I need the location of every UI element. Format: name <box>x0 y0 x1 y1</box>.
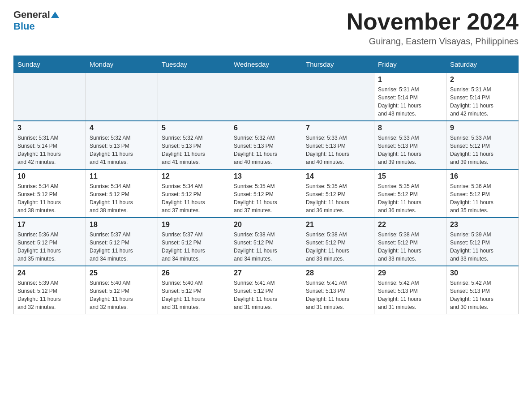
calendar-cell <box>14 73 86 121</box>
day-number: 19 <box>162 221 226 229</box>
day-number: 30 <box>450 269 515 277</box>
calendar-header-saturday: Saturday <box>446 56 519 73</box>
calendar-cell: 3Sunrise: 5:31 AM Sunset: 5:14 PM Daylig… <box>14 121 86 169</box>
calendar-week-row: 1Sunrise: 5:31 AM Sunset: 5:14 PM Daylig… <box>14 73 519 121</box>
day-info: Sunrise: 5:35 AM Sunset: 5:12 PM Dayligh… <box>234 182 298 214</box>
calendar-cell: 30Sunrise: 5:42 AM Sunset: 5:13 PM Dayli… <box>446 266 519 314</box>
day-number: 8 <box>378 124 442 132</box>
calendar-cell: 12Sunrise: 5:34 AM Sunset: 5:12 PM Dayli… <box>158 169 230 218</box>
location-subtitle: Guirang, Eastern Visayas, Philippines <box>347 36 519 47</box>
calendar-cell: 27Sunrise: 5:41 AM Sunset: 5:12 PM Dayli… <box>230 266 302 314</box>
calendar-header-wednesday: Wednesday <box>230 56 302 73</box>
day-number: 1 <box>378 76 442 84</box>
calendar-cell: 14Sunrise: 5:35 AM Sunset: 5:12 PM Dayli… <box>302 169 374 218</box>
calendar-cell: 8Sunrise: 5:33 AM Sunset: 5:13 PM Daylig… <box>374 121 446 169</box>
day-number: 24 <box>17 269 82 277</box>
day-number: 2 <box>450 76 515 84</box>
day-number: 25 <box>90 269 154 277</box>
calendar-cell <box>158 73 230 121</box>
svg-marker-0 <box>51 12 59 18</box>
logo-triangle-icon <box>51 11 59 19</box>
day-info: Sunrise: 5:36 AM Sunset: 5:12 PM Dayligh… <box>17 231 82 263</box>
day-info: Sunrise: 5:41 AM Sunset: 5:13 PM Dayligh… <box>306 279 370 311</box>
calendar-cell: 7Sunrise: 5:33 AM Sunset: 5:13 PM Daylig… <box>302 121 374 169</box>
page-header: General Blue November 2024 Guirang, East… <box>13 9 519 47</box>
day-info: Sunrise: 5:35 AM Sunset: 5:12 PM Dayligh… <box>306 182 370 214</box>
calendar-cell: 1Sunrise: 5:31 AM Sunset: 5:14 PM Daylig… <box>374 73 446 121</box>
day-number: 26 <box>162 269 226 277</box>
day-info: Sunrise: 5:38 AM Sunset: 5:12 PM Dayligh… <box>234 231 298 263</box>
calendar-header-friday: Friday <box>374 56 446 73</box>
calendar-cell: 21Sunrise: 5:38 AM Sunset: 5:12 PM Dayli… <box>302 218 374 266</box>
calendar-cell: 10Sunrise: 5:34 AM Sunset: 5:12 PM Dayli… <box>14 169 86 218</box>
day-info: Sunrise: 5:42 AM Sunset: 5:13 PM Dayligh… <box>378 279 442 311</box>
calendar-header-tuesday: Tuesday <box>158 56 230 73</box>
day-number: 23 <box>450 221 515 229</box>
logo-general: General <box>13 9 50 21</box>
calendar-cell: 25Sunrise: 5:40 AM Sunset: 5:12 PM Dayli… <box>86 266 158 314</box>
day-number: 21 <box>306 221 370 229</box>
day-number: 20 <box>234 221 298 229</box>
calendar-cell: 13Sunrise: 5:35 AM Sunset: 5:12 PM Dayli… <box>230 169 302 218</box>
calendar-cell: 26Sunrise: 5:40 AM Sunset: 5:12 PM Dayli… <box>158 266 230 314</box>
day-info: Sunrise: 5:31 AM Sunset: 5:14 PM Dayligh… <box>17 134 82 166</box>
day-info: Sunrise: 5:39 AM Sunset: 5:12 PM Dayligh… <box>17 279 82 311</box>
day-info: Sunrise: 5:42 AM Sunset: 5:13 PM Dayligh… <box>450 279 515 311</box>
day-number: 17 <box>17 221 82 229</box>
day-number: 5 <box>162 124 226 132</box>
day-number: 9 <box>450 124 515 132</box>
day-info: Sunrise: 5:32 AM Sunset: 5:13 PM Dayligh… <box>90 134 154 166</box>
day-number: 10 <box>17 172 82 180</box>
calendar-cell: 16Sunrise: 5:36 AM Sunset: 5:12 PM Dayli… <box>446 169 519 218</box>
calendar-cell: 4Sunrise: 5:32 AM Sunset: 5:13 PM Daylig… <box>86 121 158 169</box>
day-info: Sunrise: 5:39 AM Sunset: 5:12 PM Dayligh… <box>450 231 515 263</box>
day-info: Sunrise: 5:35 AM Sunset: 5:12 PM Dayligh… <box>378 182 442 214</box>
calendar-header-row: SundayMondayTuesdayWednesdayThursdayFrid… <box>14 56 519 73</box>
day-number: 16 <box>450 172 515 180</box>
calendar-cell: 11Sunrise: 5:34 AM Sunset: 5:12 PM Dayli… <box>86 169 158 218</box>
calendar-header-sunday: Sunday <box>14 56 86 73</box>
calendar-cell: 19Sunrise: 5:37 AM Sunset: 5:12 PM Dayli… <box>158 218 230 266</box>
day-info: Sunrise: 5:38 AM Sunset: 5:12 PM Dayligh… <box>378 231 442 263</box>
day-info: Sunrise: 5:40 AM Sunset: 5:12 PM Dayligh… <box>162 279 226 311</box>
day-info: Sunrise: 5:41 AM Sunset: 5:12 PM Dayligh… <box>234 279 298 311</box>
calendar-cell: 17Sunrise: 5:36 AM Sunset: 5:12 PM Dayli… <box>14 218 86 266</box>
day-info: Sunrise: 5:34 AM Sunset: 5:12 PM Dayligh… <box>162 182 226 214</box>
calendar-cell: 6Sunrise: 5:32 AM Sunset: 5:13 PM Daylig… <box>230 121 302 169</box>
calendar-cell: 9Sunrise: 5:33 AM Sunset: 5:12 PM Daylig… <box>446 121 519 169</box>
calendar-week-row: 17Sunrise: 5:36 AM Sunset: 5:12 PM Dayli… <box>14 218 519 266</box>
day-info: Sunrise: 5:36 AM Sunset: 5:12 PM Dayligh… <box>450 182 515 214</box>
calendar-cell: 2Sunrise: 5:31 AM Sunset: 5:14 PM Daylig… <box>446 73 519 121</box>
calendar-week-row: 24Sunrise: 5:39 AM Sunset: 5:12 PM Dayli… <box>14 266 519 314</box>
day-number: 14 <box>306 172 370 180</box>
day-info: Sunrise: 5:34 AM Sunset: 5:12 PM Dayligh… <box>90 182 154 214</box>
day-info: Sunrise: 5:32 AM Sunset: 5:13 PM Dayligh… <box>234 134 298 166</box>
calendar-cell <box>302 73 374 121</box>
day-info: Sunrise: 5:31 AM Sunset: 5:14 PM Dayligh… <box>378 86 442 118</box>
day-number: 11 <box>90 172 154 180</box>
calendar-week-row: 3Sunrise: 5:31 AM Sunset: 5:14 PM Daylig… <box>14 121 519 169</box>
month-year-title: November 2024 <box>347 9 519 34</box>
day-info: Sunrise: 5:40 AM Sunset: 5:12 PM Dayligh… <box>90 279 154 311</box>
calendar-week-row: 10Sunrise: 5:34 AM Sunset: 5:12 PM Dayli… <box>14 169 519 218</box>
day-number: 27 <box>234 269 298 277</box>
title-section: November 2024 Guirang, Eastern Visayas, … <box>347 9 519 47</box>
day-number: 15 <box>378 172 442 180</box>
calendar-table: SundayMondayTuesdayWednesdayThursdayFrid… <box>13 56 519 314</box>
day-number: 6 <box>234 124 298 132</box>
day-info: Sunrise: 5:37 AM Sunset: 5:12 PM Dayligh… <box>162 231 226 263</box>
calendar-header-thursday: Thursday <box>302 56 374 73</box>
calendar-cell: 18Sunrise: 5:37 AM Sunset: 5:12 PM Dayli… <box>86 218 158 266</box>
calendar-cell: 15Sunrise: 5:35 AM Sunset: 5:12 PM Dayli… <box>374 169 446 218</box>
day-info: Sunrise: 5:32 AM Sunset: 5:13 PM Dayligh… <box>162 134 226 166</box>
day-number: 4 <box>90 124 154 132</box>
day-number: 3 <box>17 124 82 132</box>
logo-blue: Blue <box>13 21 35 32</box>
calendar-header-monday: Monday <box>86 56 158 73</box>
day-number: 13 <box>234 172 298 180</box>
calendar-cell: 29Sunrise: 5:42 AM Sunset: 5:13 PM Dayli… <box>374 266 446 314</box>
day-info: Sunrise: 5:33 AM Sunset: 5:12 PM Dayligh… <box>450 134 515 166</box>
day-info: Sunrise: 5:33 AM Sunset: 5:13 PM Dayligh… <box>306 134 370 166</box>
day-info: Sunrise: 5:34 AM Sunset: 5:12 PM Dayligh… <box>17 182 82 214</box>
calendar-cell: 20Sunrise: 5:38 AM Sunset: 5:12 PM Dayli… <box>230 218 302 266</box>
